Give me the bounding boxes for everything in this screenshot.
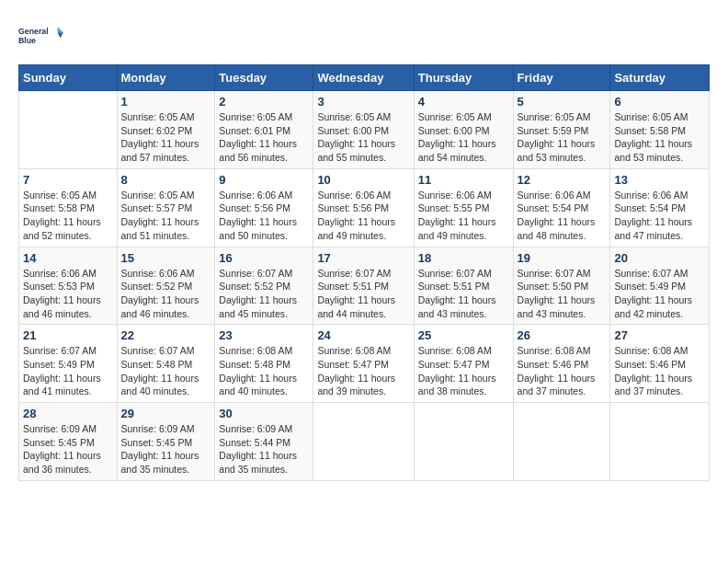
daylight-hours: Daylight: 11 hours and 52 minutes. xyxy=(23,216,101,241)
calendar-week-row: 28 Sunrise: 6:09 AM Sunset: 5:45 PM Dayl… xyxy=(19,403,710,481)
svg-text:Blue: Blue xyxy=(18,36,36,45)
sunrise-time: Sunrise: 6:09 AM xyxy=(219,423,292,434)
sunrise-time: Sunrise: 6:09 AM xyxy=(121,423,195,434)
sunrise-time: Sunrise: 6:06 AM xyxy=(614,190,688,201)
sunrise-time: Sunrise: 6:07 AM xyxy=(317,268,391,279)
sunrise-time: Sunrise: 6:07 AM xyxy=(121,345,195,356)
calendar-cell: 3 Sunrise: 6:05 AM Sunset: 6:00 PM Dayli… xyxy=(313,91,414,169)
day-of-week-header: Saturday xyxy=(610,65,710,91)
page-header: General Blue xyxy=(18,18,710,55)
day-info: Sunrise: 6:05 AM Sunset: 5:58 PM Dayligh… xyxy=(614,110,705,165)
day-number: 7 xyxy=(23,173,113,187)
day-number: 20 xyxy=(614,251,705,265)
sunset-time: Sunset: 6:00 PM xyxy=(418,125,490,136)
day-number: 9 xyxy=(219,173,309,187)
day-info: Sunrise: 6:07 AM Sunset: 5:48 PM Dayligh… xyxy=(121,344,211,398)
day-info: Sunrise: 6:08 AM Sunset: 5:47 PM Dayligh… xyxy=(317,344,409,398)
daylight-hours: Daylight: 11 hours and 43 minutes. xyxy=(418,294,496,319)
day-info: Sunrise: 6:06 AM Sunset: 5:54 PM Dayligh… xyxy=(614,189,705,243)
calendar-cell xyxy=(414,403,513,481)
day-info: Sunrise: 6:06 AM Sunset: 5:52 PM Dayligh… xyxy=(121,267,211,321)
sunrise-time: Sunrise: 6:07 AM xyxy=(614,268,688,279)
sunrise-time: Sunrise: 6:08 AM xyxy=(219,345,292,356)
calendar-cell: 28 Sunrise: 6:09 AM Sunset: 5:45 PM Dayl… xyxy=(19,403,118,481)
sunset-time: Sunset: 5:50 PM xyxy=(518,281,589,292)
calendar-cell: 5 Sunrise: 6:05 AM Sunset: 5:59 PM Dayli… xyxy=(513,91,610,169)
day-info: Sunrise: 6:06 AM Sunset: 5:56 PM Dayligh… xyxy=(219,189,309,243)
calendar-cell xyxy=(513,403,610,481)
day-number: 27 xyxy=(614,328,705,342)
daylight-hours: Daylight: 11 hours and 35 minutes. xyxy=(121,450,199,475)
sunset-time: Sunset: 5:59 PM xyxy=(518,125,589,136)
sunrise-time: Sunrise: 6:08 AM xyxy=(518,345,591,356)
day-info: Sunrise: 6:08 AM Sunset: 5:46 PM Dayligh… xyxy=(614,344,705,398)
calendar-week-row: 7 Sunrise: 6:05 AM Sunset: 5:58 PM Dayli… xyxy=(19,168,710,247)
daylight-hours: Daylight: 11 hours and 46 minutes. xyxy=(23,294,101,319)
calendar-cell: 25 Sunrise: 6:08 AM Sunset: 5:47 PM Dayl… xyxy=(414,325,513,403)
calendar-cell: 9 Sunrise: 6:06 AM Sunset: 5:56 PM Dayli… xyxy=(215,168,313,247)
daylight-hours: Daylight: 11 hours and 37 minutes. xyxy=(614,373,692,397)
sunrise-time: Sunrise: 6:06 AM xyxy=(518,190,591,201)
day-info: Sunrise: 6:07 AM Sunset: 5:51 PM Dayligh… xyxy=(317,267,409,321)
sunrise-time: Sunrise: 6:07 AM xyxy=(219,268,292,279)
day-number: 3 xyxy=(317,95,409,109)
daylight-hours: Daylight: 11 hours and 49 minutes. xyxy=(418,216,496,241)
day-number: 25 xyxy=(418,328,509,342)
sunrise-time: Sunrise: 6:05 AM xyxy=(614,111,688,122)
sunrise-time: Sunrise: 6:06 AM xyxy=(23,268,97,279)
sunset-time: Sunset: 5:52 PM xyxy=(121,281,193,292)
sunrise-time: Sunrise: 6:08 AM xyxy=(418,345,492,356)
sunrise-time: Sunrise: 6:06 AM xyxy=(317,190,391,201)
calendar-cell: 2 Sunrise: 6:05 AM Sunset: 6:01 PM Dayli… xyxy=(215,91,313,169)
calendar-cell xyxy=(313,403,414,481)
sunset-time: Sunset: 5:57 PM xyxy=(121,202,193,213)
day-info: Sunrise: 6:06 AM Sunset: 5:56 PM Dayligh… xyxy=(317,189,409,243)
calendar-cell: 8 Sunrise: 6:05 AM Sunset: 5:57 PM Dayli… xyxy=(117,168,215,247)
calendar-cell: 18 Sunrise: 6:07 AM Sunset: 5:51 PM Dayl… xyxy=(414,247,513,325)
sunrise-time: Sunrise: 6:05 AM xyxy=(518,111,591,122)
daylight-hours: Daylight: 11 hours and 53 minutes. xyxy=(614,138,692,163)
svg-text:General: General xyxy=(18,27,49,36)
sunset-time: Sunset: 5:56 PM xyxy=(317,202,389,213)
day-info: Sunrise: 6:06 AM Sunset: 5:54 PM Dayligh… xyxy=(518,189,607,243)
day-number: 5 xyxy=(518,95,607,109)
sunset-time: Sunset: 5:49 PM xyxy=(614,281,686,292)
daylight-hours: Daylight: 11 hours and 42 minutes. xyxy=(614,294,692,319)
day-info: Sunrise: 6:08 AM Sunset: 5:48 PM Dayligh… xyxy=(219,344,309,398)
calendar-cell: 30 Sunrise: 6:09 AM Sunset: 5:44 PM Dayl… xyxy=(215,403,313,481)
day-info: Sunrise: 6:07 AM Sunset: 5:50 PM Dayligh… xyxy=(518,267,607,321)
day-of-week-header: Wednesday xyxy=(313,65,414,91)
day-number: 26 xyxy=(518,328,607,342)
day-info: Sunrise: 6:05 AM Sunset: 5:58 PM Dayligh… xyxy=(23,189,113,243)
day-of-week-header: Thursday xyxy=(414,65,513,91)
day-number: 1 xyxy=(121,95,211,109)
daylight-hours: Daylight: 11 hours and 39 minutes. xyxy=(317,373,395,397)
calendar-week-row: 21 Sunrise: 6:07 AM Sunset: 5:49 PM Dayl… xyxy=(19,325,710,403)
sunset-time: Sunset: 5:49 PM xyxy=(23,359,95,370)
calendar-cell: 24 Sunrise: 6:08 AM Sunset: 5:47 PM Dayl… xyxy=(313,325,414,403)
sunset-time: Sunset: 5:58 PM xyxy=(23,202,95,213)
day-info: Sunrise: 6:06 AM Sunset: 5:53 PM Dayligh… xyxy=(23,267,113,321)
calendar-cell: 6 Sunrise: 6:05 AM Sunset: 5:58 PM Dayli… xyxy=(610,91,710,169)
sunset-time: Sunset: 5:48 PM xyxy=(121,359,193,370)
daylight-hours: Daylight: 11 hours and 37 minutes. xyxy=(518,373,596,397)
daylight-hours: Daylight: 11 hours and 54 minutes. xyxy=(418,138,496,163)
sunrise-time: Sunrise: 6:07 AM xyxy=(518,268,591,279)
calendar-cell: 11 Sunrise: 6:06 AM Sunset: 5:55 PM Dayl… xyxy=(414,168,513,247)
sunset-time: Sunset: 5:46 PM xyxy=(518,359,589,370)
sunset-time: Sunset: 5:51 PM xyxy=(317,281,389,292)
sunrise-time: Sunrise: 6:08 AM xyxy=(317,345,391,356)
calendar-cell: 13 Sunrise: 6:06 AM Sunset: 5:54 PM Dayl… xyxy=(610,168,710,247)
calendar-cell: 26 Sunrise: 6:08 AM Sunset: 5:46 PM Dayl… xyxy=(513,325,610,403)
sunrise-time: Sunrise: 6:07 AM xyxy=(418,268,492,279)
day-number: 16 xyxy=(219,251,309,265)
day-of-week-header: Tuesday xyxy=(215,65,313,91)
sunset-time: Sunset: 5:47 PM xyxy=(418,359,490,370)
sunset-time: Sunset: 5:44 PM xyxy=(219,437,290,448)
daylight-hours: Daylight: 11 hours and 36 minutes. xyxy=(23,450,101,475)
sunset-time: Sunset: 5:47 PM xyxy=(317,359,389,370)
calendar-table: SundayMondayTuesdayWednesdayThursdayFrid… xyxy=(18,64,710,481)
daylight-hours: Daylight: 11 hours and 56 minutes. xyxy=(219,138,297,163)
day-number: 4 xyxy=(418,95,509,109)
day-info: Sunrise: 6:08 AM Sunset: 5:47 PM Dayligh… xyxy=(418,344,509,398)
